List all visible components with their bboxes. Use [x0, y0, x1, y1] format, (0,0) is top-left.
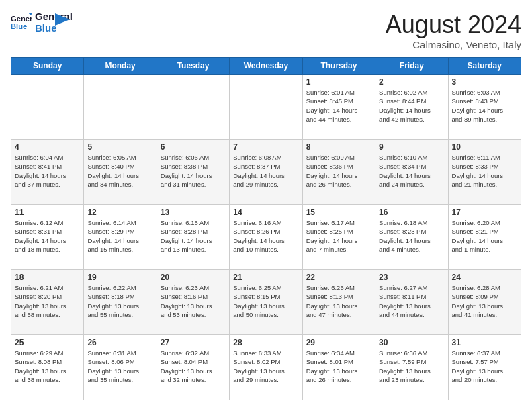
calendar-cell — [230, 75, 302, 140]
day-info: Sunrise: 6:10 AM Sunset: 8:34 PM Dayligh… — [379, 153, 444, 189]
day-number: 16 — [379, 208, 444, 217]
day-info: Sunrise: 6:01 AM Sunset: 8:45 PM Dayligh… — [306, 88, 371, 124]
day-number: 2 — [379, 77, 444, 87]
location: Calmasino, Veneto, Italy — [386, 39, 521, 50]
calendar-cell: 7Sunrise: 6:08 AM Sunset: 8:37 PM Daylig… — [230, 140, 302, 205]
day-number: 8 — [306, 142, 371, 152]
day-number: 12 — [87, 208, 152, 217]
day-info: Sunrise: 6:18 AM Sunset: 8:23 PM Dayligh… — [379, 218, 444, 254]
svg-text:General: General — [11, 15, 32, 23]
day-info: Sunrise: 6:28 AM Sunset: 8:09 PM Dayligh… — [452, 283, 517, 319]
day-info: Sunrise: 6:14 AM Sunset: 8:29 PM Dayligh… — [87, 218, 152, 254]
calendar-cell: 4Sunrise: 6:04 AM Sunset: 8:41 PM Daylig… — [11, 140, 84, 205]
day-info: Sunrise: 6:32 AM Sunset: 8:04 PM Dayligh… — [161, 349, 226, 384]
calendar-cell: 18Sunrise: 6:21 AM Sunset: 8:20 PM Dayli… — [11, 270, 84, 335]
calendar-cell: 28Sunrise: 6:33 AM Sunset: 8:02 PM Dayli… — [230, 335, 302, 400]
day-number: 15 — [306, 208, 371, 217]
day-info: Sunrise: 6:36 AM Sunset: 7:59 PM Dayligh… — [379, 349, 444, 384]
svg-marker-3 — [55, 13, 70, 26]
calendar-weekday-monday: Monday — [84, 58, 157, 75]
day-number: 1 — [306, 77, 371, 87]
day-number: 24 — [452, 273, 517, 282]
day-info: Sunrise: 6:15 AM Sunset: 8:28 PM Dayligh… — [161, 218, 226, 254]
day-number: 13 — [161, 208, 226, 217]
day-number: 11 — [15, 208, 80, 217]
calendar-week-row: 4Sunrise: 6:04 AM Sunset: 8:41 PM Daylig… — [11, 140, 521, 205]
day-info: Sunrise: 6:12 AM Sunset: 8:31 PM Dayligh… — [15, 218, 80, 254]
day-number: 28 — [233, 338, 298, 347]
day-info: Sunrise: 6:29 AM Sunset: 8:08 PM Dayligh… — [15, 349, 80, 384]
day-number: 26 — [87, 338, 152, 347]
calendar-header-row: SundayMondayTuesdayWednesdayThursdayFrid… — [11, 58, 521, 75]
day-info: Sunrise: 6:17 AM Sunset: 8:25 PM Dayligh… — [306, 218, 371, 254]
day-number: 22 — [306, 273, 371, 282]
day-info: Sunrise: 6:03 AM Sunset: 8:43 PM Dayligh… — [452, 88, 517, 124]
calendar-cell: 27Sunrise: 6:32 AM Sunset: 8:04 PM Dayli… — [157, 335, 229, 400]
day-number: 27 — [161, 338, 226, 347]
calendar-cell: 2Sunrise: 6:02 AM Sunset: 8:44 PM Daylig… — [375, 75, 448, 140]
calendar-cell: 11Sunrise: 6:12 AM Sunset: 8:31 PM Dayli… — [11, 205, 84, 270]
calendar-weekday-tuesday: Tuesday — [157, 58, 229, 75]
day-info: Sunrise: 6:22 AM Sunset: 8:18 PM Dayligh… — [87, 283, 152, 319]
calendar-cell: 16Sunrise: 6:18 AM Sunset: 8:23 PM Dayli… — [375, 205, 448, 270]
day-info: Sunrise: 6:23 AM Sunset: 8:16 PM Dayligh… — [161, 283, 226, 319]
calendar-week-row: 18Sunrise: 6:21 AM Sunset: 8:20 PM Dayli… — [11, 270, 521, 335]
calendar-cell: 1Sunrise: 6:01 AM Sunset: 8:45 PM Daylig… — [302, 75, 375, 140]
day-number: 18 — [15, 273, 80, 282]
calendar-weekday-wednesday: Wednesday — [230, 58, 302, 75]
day-number: 5 — [87, 142, 152, 152]
day-number: 29 — [306, 338, 371, 347]
day-info: Sunrise: 6:06 AM Sunset: 8:38 PM Dayligh… — [161, 153, 226, 189]
day-number: 7 — [233, 142, 298, 152]
day-info: Sunrise: 6:37 AM Sunset: 7:57 PM Dayligh… — [452, 349, 517, 384]
calendar-week-row: 11Sunrise: 6:12 AM Sunset: 8:31 PM Dayli… — [11, 205, 521, 270]
day-number: 9 — [379, 142, 444, 152]
calendar-cell — [157, 75, 229, 140]
day-number: 4 — [15, 142, 80, 152]
calendar-week-row: 1Sunrise: 6:01 AM Sunset: 8:45 PM Daylig… — [11, 75, 521, 140]
month-title: August 2024 — [386, 11, 521, 39]
calendar-cell: 14Sunrise: 6:16 AM Sunset: 8:26 PM Dayli… — [230, 205, 302, 270]
calendar-cell: 20Sunrise: 6:23 AM Sunset: 8:16 PM Dayli… — [157, 270, 229, 335]
svg-text:Blue: Blue — [11, 23, 27, 31]
page-header: General Blue General Blue August 2024 Ca… — [11, 11, 521, 50]
day-info: Sunrise: 6:34 AM Sunset: 8:01 PM Dayligh… — [306, 349, 371, 384]
day-number: 30 — [379, 338, 444, 347]
day-info: Sunrise: 6:27 AM Sunset: 8:11 PM Dayligh… — [379, 283, 444, 319]
day-number: 19 — [87, 273, 152, 282]
calendar-cell: 8Sunrise: 6:09 AM Sunset: 8:36 PM Daylig… — [302, 140, 375, 205]
calendar-cell: 9Sunrise: 6:10 AM Sunset: 8:34 PM Daylig… — [375, 140, 448, 205]
day-info: Sunrise: 6:25 AM Sunset: 8:15 PM Dayligh… — [233, 283, 298, 319]
calendar-cell: 12Sunrise: 6:14 AM Sunset: 8:29 PM Dayli… — [84, 205, 157, 270]
day-number: 25 — [15, 338, 80, 347]
day-number: 31 — [452, 338, 517, 347]
calendar-cell: 19Sunrise: 6:22 AM Sunset: 8:18 PM Dayli… — [84, 270, 157, 335]
logo-icon: General Blue — [11, 13, 32, 32]
day-info: Sunrise: 6:04 AM Sunset: 8:41 PM Dayligh… — [15, 153, 80, 189]
day-number: 20 — [161, 273, 226, 282]
calendar-cell: 10Sunrise: 6:11 AM Sunset: 8:33 PM Dayli… — [448, 140, 521, 205]
day-info: Sunrise: 6:33 AM Sunset: 8:02 PM Dayligh… — [233, 349, 298, 384]
logo-chevron-icon — [55, 13, 70, 26]
calendar-cell: 15Sunrise: 6:17 AM Sunset: 8:25 PM Dayli… — [302, 205, 375, 270]
day-number: 3 — [452, 77, 517, 87]
calendar-cell — [11, 75, 84, 140]
calendar-cell: 3Sunrise: 6:03 AM Sunset: 8:43 PM Daylig… — [448, 75, 521, 140]
day-number: 23 — [379, 273, 444, 282]
calendar-weekday-saturday: Saturday — [448, 58, 521, 75]
day-info: Sunrise: 6:16 AM Sunset: 8:26 PM Dayligh… — [233, 218, 298, 254]
calendar-cell: 30Sunrise: 6:36 AM Sunset: 7:59 PM Dayli… — [375, 335, 448, 400]
calendar-cell — [84, 75, 157, 140]
day-info: Sunrise: 6:26 AM Sunset: 8:13 PM Dayligh… — [306, 283, 371, 319]
calendar-cell: 21Sunrise: 6:25 AM Sunset: 8:15 PM Dayli… — [230, 270, 302, 335]
title-area: August 2024 Calmasino, Veneto, Italy — [386, 11, 521, 50]
day-number: 14 — [233, 208, 298, 217]
calendar-cell: 23Sunrise: 6:27 AM Sunset: 8:11 PM Dayli… — [375, 270, 448, 335]
calendar-cell: 29Sunrise: 6:34 AM Sunset: 8:01 PM Dayli… — [302, 335, 375, 400]
calendar-cell: 13Sunrise: 6:15 AM Sunset: 8:28 PM Dayli… — [157, 205, 229, 270]
day-number: 21 — [233, 273, 298, 282]
calendar-cell: 6Sunrise: 6:06 AM Sunset: 8:38 PM Daylig… — [157, 140, 229, 205]
day-number: 17 — [452, 208, 517, 217]
calendar-cell: 31Sunrise: 6:37 AM Sunset: 7:57 PM Dayli… — [448, 335, 521, 400]
calendar-table: SundayMondayTuesdayWednesdayThursdayFrid… — [11, 57, 521, 400]
